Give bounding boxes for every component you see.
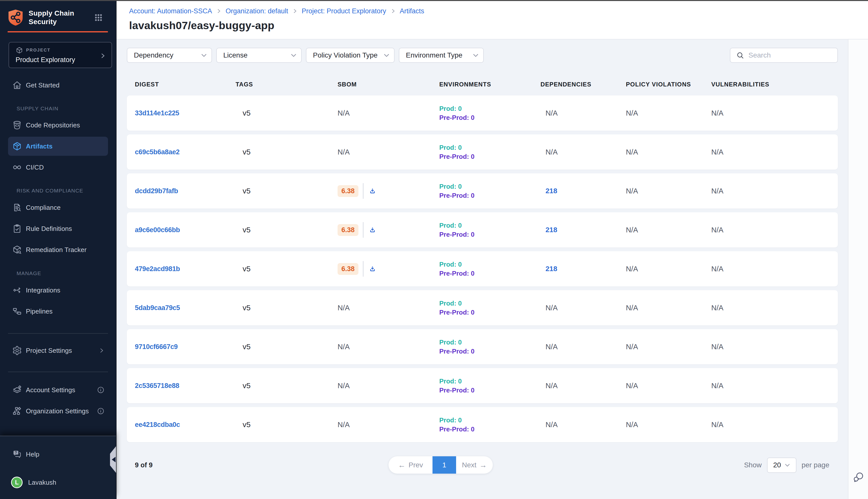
policy-violations-value: N/A (626, 265, 711, 273)
breadcrumb-account[interactable]: Account: Automation-SSCA (129, 7, 212, 15)
breadcrumb-project[interactable]: Project: Product Exploratory (302, 7, 386, 15)
chat-help-icon[interactable] (853, 471, 864, 483)
env-prod: Prod: 0 (439, 338, 541, 347)
chevron-right-icon (292, 8, 298, 14)
digest-link[interactable]: 33d114e1c225 (135, 109, 179, 117)
sidebar-item-get-started[interactable]: Get Started (8, 76, 108, 95)
env-prod: Prod: 0 (439, 182, 541, 191)
project-selector[interactable]: PROJECT Product Exploratory (9, 42, 112, 68)
prev-button[interactable]: ←Prev (388, 456, 433, 474)
dependencies-link[interactable]: 218 (546, 265, 557, 272)
info-icon[interactable] (97, 386, 104, 394)
download-icon (370, 227, 375, 233)
env-prod: Prod: 0 (439, 299, 541, 308)
sidebar-item-pipelines[interactable]: Pipelines (8, 302, 108, 321)
page-1-button[interactable]: 1 (433, 456, 456, 474)
breadcrumb-artifacts[interactable]: Artifacts (400, 7, 424, 15)
sidebar-item-label: Get Started (26, 82, 60, 89)
column-header-tags: TAGS (236, 81, 337, 88)
filter-policy-violation-type[interactable]: Policy Violation Type (306, 48, 395, 63)
table-row[interactable]: 33d114e1c225 v5 N/A Prod: 0 Pre-Prod: 0 … (127, 96, 838, 131)
filter-license[interactable]: License (216, 48, 302, 63)
search-box (730, 48, 838, 63)
digest-link[interactable]: 9710cf6667c9 (135, 343, 178, 351)
sidebar-item-code-repositories[interactable]: Code Repositories (8, 115, 108, 135)
sbom-cell: N/A (337, 382, 439, 390)
table-row[interactable]: dcdd29b7fafb v5 6.38 Prod: 0 Pre-Prod: 0… (127, 173, 838, 208)
dependencies-link[interactable]: 218 (546, 187, 557, 195)
result-count: 9 of 9 (127, 461, 153, 469)
environments-cell: Prod: 0 Pre-Prod: 0 (439, 416, 541, 434)
env-prod: Prod: 0 (439, 260, 541, 269)
sidebar-item-project-settings[interactable]: Project Settings (8, 341, 108, 360)
sidebar-item-account-settings[interactable]: Account Settings (8, 380, 108, 400)
filter-environment-type[interactable]: Environment Type (399, 48, 484, 63)
tag-value: v5 (236, 226, 337, 234)
module-switcher-icon[interactable] (95, 14, 102, 22)
filter-label: Environment Type (406, 51, 468, 59)
vulnerabilities-value: N/A (711, 382, 838, 390)
vulnerabilities-value: N/A (711, 226, 838, 234)
clipboard-check-icon (12, 223, 22, 234)
sidebar-item-rule-definitions[interactable]: Rule Definitions (8, 219, 108, 238)
digest-link[interactable]: a9c6e00c66bb (135, 226, 180, 234)
product-title: Supply Chain Security (29, 9, 95, 26)
column-header-dependencies: DEPENDENCIES (541, 81, 626, 88)
sidebar-item-help[interactable]: ? Help (8, 445, 108, 464)
code-repository-icon (12, 120, 22, 130)
sbom-download-button[interactable] (370, 188, 375, 194)
sbom-cell: 6.38 (337, 261, 439, 277)
table-row[interactable]: 5dab9caa79c5 v5 N/A Prod: 0 Pre-Prod: 0 … (127, 290, 838, 325)
digest-link[interactable]: ee4218cdba0c (135, 421, 180, 428)
filter-dependency[interactable]: Dependency (127, 48, 212, 63)
table-row[interactable]: a9c6e00c66bb v5 6.38 Prod: 0 Pre-Prod: 0… (127, 212, 838, 247)
sbom-score-badge: 6.38 (337, 185, 358, 197)
search-icon (736, 51, 744, 60)
table-row[interactable]: 479e2acd981b v5 6.38 Prod: 0 Pre-Prod: 0… (127, 251, 838, 287)
sidebar-item-label: Compliance (26, 204, 61, 211)
dependencies-cell: 218 (541, 265, 626, 273)
digest-link[interactable]: 479e2acd981b (135, 265, 180, 272)
breadcrumb: Account: Automation-SSCA Organization: d… (129, 7, 868, 15)
policy-violations-value: N/A (626, 226, 711, 234)
project-name: Product Exploratory (15, 56, 107, 64)
next-button[interactable]: Next→ (456, 456, 493, 474)
table-row[interactable]: 2c5365718e88 v5 N/A Prod: 0 Pre-Prod: 0 … (127, 368, 838, 403)
sidebar-divider (8, 372, 108, 372)
column-header-policy-violations: POLICY VIOLATIONS (626, 81, 711, 88)
sidebar-item-integrations[interactable]: Integrations (8, 281, 108, 300)
sidebar-item-label: CI/CD (26, 163, 44, 171)
help-chat-icon: ? (12, 449, 22, 459)
org-chart-gear-icon (12, 406, 22, 416)
vulnerabilities-value: N/A (711, 187, 838, 195)
digest-link[interactable]: c69c5b6a8ae2 (135, 148, 179, 156)
project-label: PROJECT (26, 48, 50, 53)
product-logo-row: Supply Chain Security (8, 9, 109, 26)
sidebar-item-compliance[interactable]: Compliance (8, 198, 108, 217)
sbom-download-button[interactable] (370, 227, 375, 233)
chevron-right-icon (99, 52, 106, 60)
table-row[interactable]: 9710cf6667c9 v5 N/A Prod: 0 Pre-Prod: 0 … (127, 329, 838, 364)
layers-gear-icon (12, 385, 22, 395)
sidebar-item-remediation-tracker[interactable]: Remediation Tracker (8, 240, 108, 259)
page-size-select[interactable]: 20 (767, 458, 796, 473)
sidebar-item-organization-settings[interactable]: Organization Settings (8, 402, 108, 421)
user-menu[interactable]: L Lavakush (8, 473, 108, 492)
sidebar-item-label: Help (26, 451, 39, 458)
sidebar-item-cicd[interactable]: CI/CD (8, 158, 108, 177)
policy-violations-value: N/A (626, 304, 711, 312)
digest-link[interactable]: 5dab9caa79c5 (135, 304, 180, 312)
tag-value: v5 (236, 109, 337, 117)
search-input[interactable] (748, 51, 839, 59)
dependencies-link[interactable]: 218 (546, 226, 557, 234)
table-row[interactable]: c69c5b6a8ae2 v5 N/A Prod: 0 Pre-Prod: 0 … (127, 134, 838, 170)
sbom-download-button[interactable] (370, 266, 375, 272)
digest-link[interactable]: 2c5365718e88 (135, 382, 179, 389)
table-row[interactable]: ee4218cdba0c v5 N/A Prod: 0 Pre-Prod: 0 … (127, 407, 838, 442)
info-icon[interactable] (97, 407, 104, 415)
window-top-edge (0, 0, 868, 1)
breadcrumb-organization[interactable]: Organization: default (225, 7, 288, 15)
sbom-value: N/A (337, 109, 350, 117)
sidebar-item-artifacts[interactable]: Artifacts (8, 137, 108, 156)
digest-link[interactable]: dcdd29b7fafb (135, 187, 178, 195)
